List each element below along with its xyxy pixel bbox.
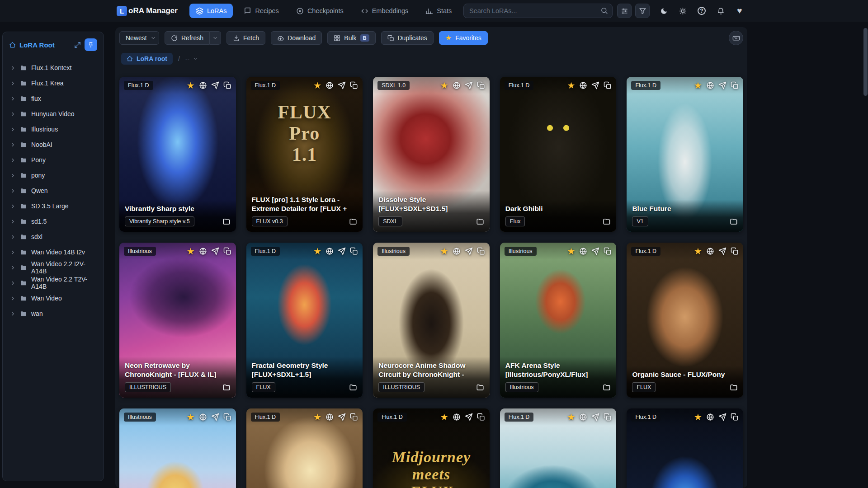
lora-card[interactable]: Flux.1 D ★ Organic Sauce - FLUX/Pony FLU… (627, 243, 743, 398)
folder-tree-item[interactable]: Illustrious (6, 122, 100, 137)
chevron-right-icon[interactable] (10, 65, 16, 71)
globe-icon[interactable] (326, 247, 334, 255)
copy-icon[interactable] (731, 413, 739, 421)
chevron-right-icon[interactable] (10, 157, 16, 163)
nav-tab-loras[interactable]: LoRAs (189, 4, 233, 18)
send-icon[interactable] (338, 81, 346, 89)
send-icon[interactable] (465, 413, 473, 421)
refresh-button[interactable]: Refresh (165, 31, 210, 45)
lora-card[interactable]: Flux.1 D ★ Fractal Geometry Style [FLUX+… (246, 243, 363, 398)
search-input[interactable] (463, 4, 613, 18)
chevron-right-icon[interactable] (10, 173, 16, 178)
folder-icon[interactable] (349, 383, 357, 391)
lora-card[interactable]: Flux.1 D ★ Dark Ghibli Flux (500, 77, 617, 232)
lora-card[interactable]: Illustrious ★ Neurocore Anime Shadow Cir… (373, 243, 490, 398)
globe-icon[interactable] (199, 413, 207, 421)
folder-tree-item[interactable]: Wan Video (6, 291, 100, 306)
send-icon[interactable] (591, 413, 599, 421)
favorite-star-icon[interactable]: ★ (567, 81, 575, 90)
globe-icon[interactable] (579, 81, 587, 89)
copy-icon[interactable] (223, 81, 231, 89)
search-icon[interactable] (600, 7, 608, 14)
version-tag[interactable]: SDXL (378, 216, 402, 226)
globe-icon[interactable] (453, 81, 461, 89)
folder-icon[interactable] (476, 217, 484, 225)
filter-button[interactable] (635, 4, 650, 18)
settings-button[interactable] (675, 3, 690, 19)
nav-tab-recipes[interactable]: Recipes (237, 4, 285, 18)
sidebar-root-label[interactable]: LoRA Root (19, 41, 71, 49)
keyboard-shortcuts-button[interactable] (729, 31, 743, 45)
bulk-button[interactable]: Bulk B (327, 31, 375, 45)
copy-icon[interactable] (477, 247, 485, 255)
copy-icon[interactable] (604, 413, 612, 421)
folder-tree-item[interactable]: pony (6, 168, 100, 183)
nav-tab-stats[interactable]: Stats (419, 4, 458, 18)
duplicates-button[interactable]: Duplicates (381, 31, 434, 45)
favorite-star-icon[interactable]: ★ (187, 413, 195, 422)
chevron-right-icon[interactable] (10, 311, 16, 317)
copy-icon[interactable] (731, 81, 739, 89)
folder-tree-item[interactable]: flux (6, 91, 100, 106)
version-tag[interactable]: V1 (632, 216, 648, 226)
nav-tab-checkpoints[interactable]: Checkpoints (290, 4, 350, 18)
send-icon[interactable] (718, 81, 726, 89)
lora-card[interactable]: Illustrious ★ (119, 408, 236, 488)
send-icon[interactable] (211, 247, 219, 255)
copy-icon[interactable] (477, 413, 485, 421)
lora-card[interactable]: FLUX Pro 1.1 Flux.1 D ★ FLUX [pro] 1.1 S… (246, 77, 363, 232)
send-icon[interactable] (211, 413, 219, 421)
chevron-right-icon[interactable] (10, 80, 16, 86)
version-tag[interactable]: ILLUSTRIOUS (378, 382, 425, 392)
favorite-star-icon[interactable]: ★ (187, 81, 195, 90)
chevron-right-icon[interactable] (10, 111, 16, 117)
globe-icon[interactable] (579, 247, 587, 255)
chevron-right-icon[interactable] (10, 296, 16, 301)
lora-card[interactable]: Flux.1 D ★ Vibrantly Sharp style Vibrant… (119, 77, 236, 232)
folder-icon[interactable] (349, 217, 357, 225)
favorite-star-icon[interactable]: ★ (694, 81, 702, 90)
send-icon[interactable] (718, 247, 726, 255)
favorite-star-icon[interactable]: ★ (313, 247, 321, 256)
folder-tree-item[interactable]: Flux.1 Kontext (6, 60, 100, 75)
copy-icon[interactable] (477, 81, 485, 89)
version-tag[interactable]: Vibrantly Sharp style v.5 (125, 216, 194, 226)
version-tag[interactable]: FLUX (632, 382, 656, 392)
copy-icon[interactable] (604, 247, 612, 255)
pin-sidebar-button[interactable] (85, 38, 97, 51)
globe-icon[interactable] (706, 81, 714, 89)
favorite-star-icon[interactable]: ★ (187, 247, 195, 256)
globe-icon[interactable] (326, 81, 334, 89)
download-button[interactable]: Download (271, 31, 322, 45)
folder-tree-item[interactable]: Pony (6, 152, 100, 168)
globe-icon[interactable] (706, 413, 714, 421)
favorite-star-icon[interactable]: ★ (694, 247, 702, 256)
folder-tree-item[interactable]: sdxl (6, 229, 100, 244)
globe-icon[interactable] (199, 81, 207, 89)
copy-icon[interactable] (350, 247, 358, 255)
globe-icon[interactable] (453, 247, 461, 255)
folder-tree-item[interactable]: Hunyuan Video (6, 106, 100, 122)
version-tag[interactable]: ILLUSTRIOUS (125, 382, 171, 392)
chevron-right-icon[interactable] (10, 234, 16, 240)
folder-tree-item[interactable]: Wan Video 14B t2v (6, 244, 100, 260)
theme-toggle-button[interactable] (656, 3, 671, 19)
folder-tree-item[interactable]: Qwen (6, 183, 100, 198)
chevron-right-icon[interactable] (10, 142, 16, 148)
favorites-filter-button[interactable]: ★ Favorites (439, 31, 488, 45)
app-logo[interactable]: L oRA Manager (117, 6, 178, 16)
lora-card[interactable]: Midjourney meets FLUX Flux.1 D ★ (373, 408, 490, 488)
send-icon[interactable] (211, 81, 219, 89)
folder-icon[interactable] (730, 217, 738, 225)
send-icon[interactable] (338, 247, 346, 255)
chevron-right-icon[interactable] (10, 203, 16, 209)
version-tag[interactable]: Flux (505, 216, 525, 226)
favorites-heart-button[interactable]: ♥ (732, 3, 747, 19)
nav-tab-embeddings[interactable]: Embeddings (354, 4, 415, 18)
chevron-right-icon[interactable] (10, 188, 16, 194)
chevron-right-icon[interactable] (10, 249, 16, 255)
lora-card[interactable]: SDXL 1.0 ★ Dissolve Style [FLUX+SDXL+SD1… (373, 77, 490, 232)
lora-card[interactable]: Flux.1 D ★ Blue Future V1 (627, 77, 743, 232)
lora-card[interactable]: Flux.1 D ★ (500, 408, 617, 488)
send-icon[interactable] (465, 81, 473, 89)
